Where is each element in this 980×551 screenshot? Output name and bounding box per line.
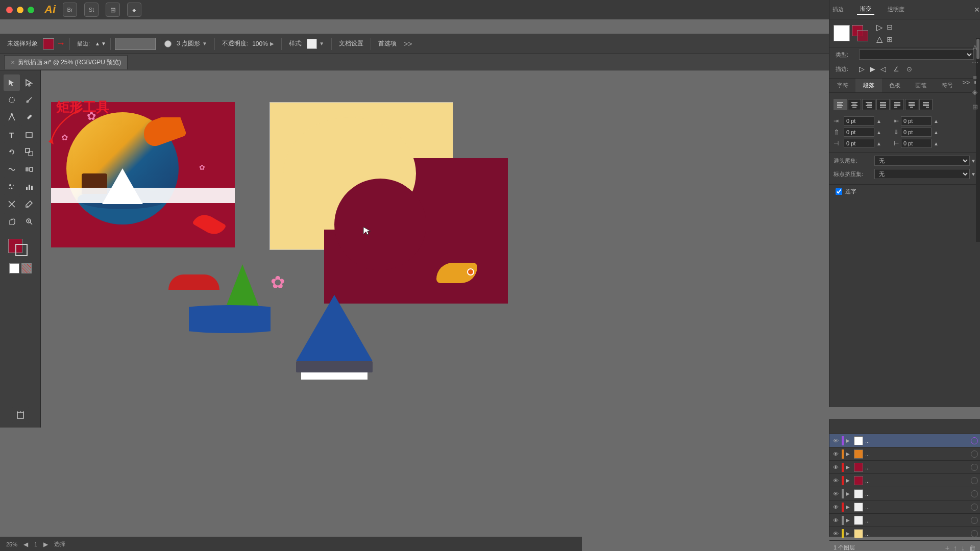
hand-tool[interactable] bbox=[4, 213, 20, 230]
maximize-button[interactable] bbox=[28, 7, 34, 13]
layer-row-8[interactable]: 👁 ▶ ... bbox=[829, 527, 980, 540]
panel-menu-transparency[interactable]: 透明度 bbox=[885, 5, 908, 14]
layer-visibility-3[interactable]: 👁 bbox=[831, 464, 840, 470]
lasso-tool[interactable] bbox=[4, 92, 20, 108]
canvas-area[interactable]: 矩形工具 ✿ ✿ ✿ bbox=[41, 70, 582, 484]
stroke-align-icon-1[interactable]: ▷ bbox=[859, 65, 865, 73]
pen-tool[interactable] bbox=[4, 109, 20, 126]
layers-move-up-button[interactable]: ↑ bbox=[953, 544, 957, 552]
layer-row-7[interactable]: 👁 ▶ ... bbox=[829, 514, 980, 527]
stroke-up-down[interactable]: ▲ ▼ bbox=[95, 41, 106, 46]
layer-row-3[interactable]: 👁 ▶ ... bbox=[829, 461, 980, 474]
close-button[interactable] bbox=[6, 7, 13, 13]
layer-visibility-2[interactable]: 👁 bbox=[831, 451, 840, 457]
layer-row-1[interactable]: 👁 ▶ ... bbox=[829, 434, 980, 447]
layer-expand-3[interactable]: ▶ bbox=[846, 464, 852, 470]
present-icon[interactable]: ⬥ bbox=[127, 3, 141, 17]
stroke-color-box[interactable] bbox=[15, 244, 28, 256]
align-right[interactable] bbox=[862, 99, 875, 110]
blend-tool[interactable] bbox=[21, 161, 37, 178]
align-left[interactable] bbox=[834, 99, 847, 110]
panel-icon-5[interactable]: ⊞ bbox=[972, 103, 978, 111]
space-after-input[interactable] bbox=[901, 128, 932, 137]
layers-delete-button[interactable]: 🗑 bbox=[969, 544, 976, 552]
scale-tool[interactable] bbox=[21, 144, 37, 160]
no-wrap-select[interactable]: 无 bbox=[874, 156, 970, 166]
align-justify-last-center[interactable] bbox=[905, 99, 918, 110]
preferences-button[interactable]: 首选项 bbox=[375, 38, 400, 49]
indent-left-input[interactable] bbox=[844, 116, 874, 126]
panel-icon-3[interactable]: ≡ bbox=[973, 73, 977, 81]
indent-right-up[interactable]: ▲ bbox=[934, 118, 939, 124]
column-graph-tool[interactable] bbox=[21, 179, 37, 195]
stroke-align-icon-3[interactable]: ◁ bbox=[880, 65, 886, 73]
tab-close-icon[interactable]: ✕ bbox=[11, 60, 15, 65]
warp-tool[interactable] bbox=[4, 161, 20, 178]
bridge-icon[interactable]: Br bbox=[63, 3, 77, 17]
white-color-swatch[interactable] bbox=[834, 25, 850, 41]
layer-row-5[interactable]: 👁 ▶ ... bbox=[829, 487, 980, 500]
selection-tool[interactable] bbox=[4, 74, 20, 91]
nav-prev[interactable]: ◀ bbox=[23, 541, 28, 548]
layer-target-5[interactable] bbox=[971, 490, 978, 497]
sub-tab-zifu[interactable]: 字符 bbox=[829, 79, 855, 92]
space-after-up[interactable]: ▲ bbox=[934, 130, 939, 135]
layer-visibility-1[interactable]: 👁 bbox=[831, 438, 840, 444]
pencil-tool[interactable] bbox=[21, 109, 37, 126]
layer-target-2[interactable] bbox=[971, 450, 978, 458]
direct-selection-tool[interactable] bbox=[21, 74, 37, 91]
align-justify-last-right[interactable] bbox=[919, 99, 933, 110]
layers-new-layer-button[interactable]: + bbox=[945, 544, 949, 552]
indent-right-input[interactable] bbox=[901, 116, 932, 126]
panel-menu-biaobian[interactable]: 插边 bbox=[829, 5, 847, 14]
gray-swatch[interactable] bbox=[21, 263, 32, 273]
layer-expand-8[interactable]: ▶ bbox=[846, 531, 852, 536]
panel-close-button[interactable]: ✕ bbox=[974, 6, 980, 14]
layer-row-2[interactable]: 👁 ▶ ... bbox=[829, 447, 980, 461]
fill-color-swatch[interactable] bbox=[43, 38, 54, 49]
layer-expand-4[interactable]: ▶ bbox=[846, 478, 852, 483]
red-color-swatch-combo[interactable] bbox=[852, 25, 870, 41]
stock-icon[interactable]: St bbox=[84, 3, 99, 17]
panel-icon-4[interactable]: ◈ bbox=[972, 88, 977, 96]
type-select[interactable] bbox=[859, 49, 974, 60]
layer-row-6[interactable]: 👁 ▶ ... bbox=[829, 500, 980, 514]
layer-row-4[interactable]: 👁 ▶ ... bbox=[829, 474, 980, 487]
layer-expand-7[interactable]: ▶ bbox=[846, 517, 852, 523]
right-indent-input2[interactable] bbox=[901, 139, 932, 148]
sub-tab-duanluo[interactable]: 段落 bbox=[855, 79, 881, 92]
document-tab[interactable]: ✕ 剪纸插画.ai* @ 25% (RGB/GPU 预览) bbox=[4, 55, 128, 69]
align-justify[interactable] bbox=[876, 99, 890, 110]
indent-left-up[interactable]: ▲ bbox=[876, 118, 881, 124]
magic-wand-tool[interactable] bbox=[21, 92, 37, 108]
layer-target-8[interactable] bbox=[971, 530, 978, 537]
artboard-tool[interactable] bbox=[12, 407, 29, 423]
rotate-tool[interactable] bbox=[4, 144, 20, 160]
layer-target-1[interactable] bbox=[971, 437, 978, 444]
sub-tab-seban[interactable]: 色板 bbox=[882, 79, 908, 92]
align-justify-last-left[interactable] bbox=[891, 99, 904, 110]
layer-expand-1[interactable]: ▶ bbox=[846, 438, 852, 443]
last-indent-input[interactable] bbox=[844, 139, 874, 148]
white-swatch[interactable] bbox=[9, 263, 19, 273]
fill-stroke-arrow[interactable]: → bbox=[56, 38, 65, 49]
layer-visibility-7[interactable]: 👁 bbox=[831, 517, 840, 523]
space-before-input[interactable] bbox=[844, 128, 874, 137]
layer-target-7[interactable] bbox=[971, 517, 978, 524]
minimize-button[interactable] bbox=[17, 7, 23, 13]
panel-menu-jiaobian[interactable]: 渐变 bbox=[857, 4, 874, 15]
layer-visibility-6[interactable]: 👁 bbox=[831, 504, 840, 510]
brush-size-label[interactable]: 3 点圆形 ▼ bbox=[174, 38, 210, 49]
space-before-up[interactable]: ▲ bbox=[876, 130, 881, 135]
layer-visibility-8[interactable]: 👁 bbox=[831, 531, 840, 537]
symbol-sprayer-tool[interactable] bbox=[4, 179, 20, 195]
doc-settings-button[interactable]: 文档设置 bbox=[336, 38, 366, 49]
toolbar-more-button[interactable]: >> bbox=[404, 40, 412, 48]
layer-target-4[interactable] bbox=[971, 477, 978, 484]
layer-expand-6[interactable]: ▶ bbox=[846, 504, 852, 510]
eyedropper-tool[interactable] bbox=[21, 196, 37, 212]
align-center[interactable] bbox=[848, 99, 861, 110]
right-indent-up2[interactable]: ▲ bbox=[934, 141, 939, 146]
layer-target-6[interactable] bbox=[971, 504, 978, 511]
panel-icon-1[interactable]: A bbox=[973, 44, 977, 52]
